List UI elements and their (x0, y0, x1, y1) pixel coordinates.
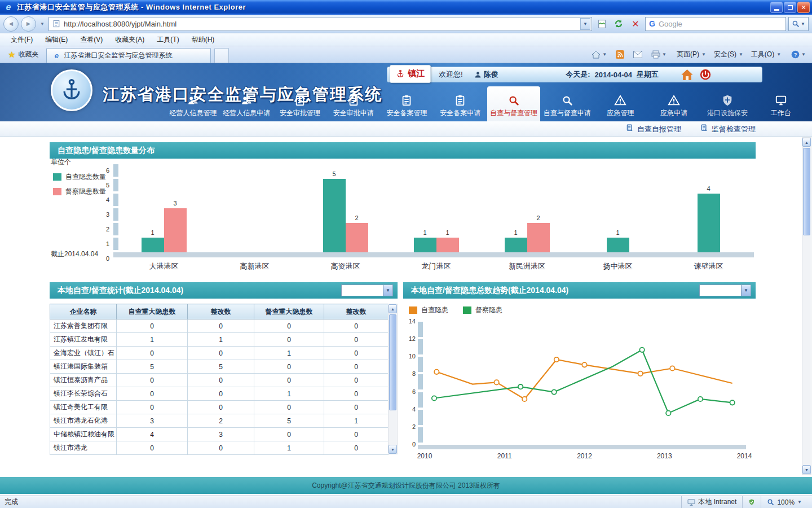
nav-item-1[interactable]: 经营人信息管理 (166, 86, 220, 121)
browser-tab[interactable]: e 江苏省港口安全监管与应急管理系统 (46, 48, 211, 63)
back-button[interactable]: ◄ (3, 16, 19, 32)
company-name-cell: 镇江市港龙石化港 (50, 414, 117, 428)
nav-item-label: 自查与督查管理 (490, 108, 537, 118)
nav-item-label: 工作台 (771, 108, 791, 118)
nav-item-12[interactable]: 工作台 (754, 86, 807, 121)
category-label: 新民洲港区 (482, 261, 572, 271)
distribution-panel-title: 自查隐患/督查隐患数量分布 (58, 146, 155, 155)
table-column-header: 自查重大隐患数 (117, 304, 188, 319)
table-row[interactable]: 镇江奇美化工有限0000 (50, 401, 389, 414)
line-chart: 自查隐患督察隐患 02468101214 2010201120122013201… (403, 302, 756, 466)
address-dropdown[interactable]: ▼ (580, 18, 590, 30)
history-dropdown[interactable]: ▼ (38, 18, 46, 29)
nav-item-7[interactable]: 自查与督查管理 (487, 86, 541, 121)
statistics-filter-select[interactable]: ▼ (341, 284, 393, 296)
table-row[interactable]: 镇江市港龙石化港3251 (50, 414, 389, 428)
logout-button[interactable] (700, 69, 711, 80)
menubar-item[interactable]: 收藏夹(A) (109, 33, 151, 46)
nav-item-label: 应急管理 (607, 108, 634, 118)
bar: 1 (414, 238, 436, 252)
forward-button[interactable]: ► (21, 16, 36, 32)
value-cell: 0 (117, 319, 188, 333)
refresh-button[interactable] (611, 17, 626, 31)
menubar: 文件(F)编辑(E)查看(V)收藏夹(A)工具(T)帮助(H) (0, 33, 812, 46)
feeds-button[interactable] (613, 49, 627, 60)
bar: 3 (164, 208, 187, 252)
table-row[interactable]: 江苏镇江发电有限1100 (50, 333, 389, 347)
close-button[interactable]: × (797, 2, 810, 13)
toolbar-menu-button[interactable]: 工具(O)▼ (747, 49, 785, 60)
nav-item-5[interactable]: 安全备案管理 (380, 86, 434, 121)
table-row[interactable]: 金海宏业（镇江）石0010 (50, 347, 389, 360)
menubar-item[interactable]: 编辑(E) (39, 33, 74, 46)
toolbar-menu-button[interactable]: 页面(P)▼ (673, 49, 710, 60)
chevron-down-icon: ▼ (383, 285, 392, 296)
value-cell: 0 (188, 374, 254, 387)
bar-value-label: 2 (527, 214, 550, 221)
menubar-item[interactable]: 查看(V) (74, 33, 109, 46)
subnav-item[interactable]: 自查自报管理 (626, 124, 681, 134)
nav-item-8[interactable]: 自查与督查申请 (540, 86, 594, 121)
home-icon (592, 50, 601, 59)
page-content: 自查隐患/督查隐患数量分布 单位个 自查隐患数量督察隐患数量 0123456 1… (0, 137, 802, 475)
portal-home-icon[interactable] (681, 69, 693, 80)
nav-item-3[interactable]: 安全审批管理 (273, 86, 327, 121)
maximize-button[interactable] (784, 2, 796, 13)
scrollbar-thumb[interactable] (389, 314, 396, 410)
toolbar-menu-button[interactable]: 安全(S)▼ (710, 49, 747, 60)
nav-item-11[interactable]: 港口设施保安 (701, 86, 754, 121)
print-button[interactable]: ▼ (648, 49, 669, 60)
table-row[interactable]: 镇江恒泰沥青产品0000 (50, 374, 389, 387)
scroll-down-button[interactable]: ▼ (802, 465, 811, 474)
table-scrollbar[interactable]: ▲ ▼ (388, 304, 398, 454)
table-row[interactable]: 镇江港国际集装箱5500 (50, 360, 389, 374)
address-field[interactable]: http://localhost:8080/yjpt/Main.html ▼ (48, 17, 592, 31)
compatibility-button[interactable] (594, 17, 609, 31)
subnav-item[interactable]: 监督检查管理 (700, 124, 756, 134)
table-row[interactable]: 中储粮镇江粮油有限4300 (50, 428, 389, 441)
page-icon (52, 20, 60, 28)
data-point-marker (666, 411, 670, 415)
table-row[interactable]: 镇江李长荣综合石0010 (50, 387, 389, 401)
page-scrollbar[interactable]: ▲ ▼ (802, 137, 811, 475)
bar-group: 4 (663, 164, 754, 252)
scroll-down-button[interactable]: ▼ (389, 445, 397, 454)
home-button[interactable]: ▼ (589, 49, 610, 60)
minimize-button[interactable] (770, 2, 783, 13)
favorites-button[interactable]: ★ 收藏夹 (3, 48, 43, 62)
nav-item-10[interactable]: 应急申请 (647, 86, 701, 121)
value-cell: 1 (324, 414, 389, 428)
nav-item-2[interactable]: 经营人信息申请 (220, 86, 273, 121)
bar-value-label: 4 (698, 185, 720, 192)
nav-item-4[interactable]: 安全审批申请 (326, 86, 380, 121)
menubar-item[interactable]: 文件(F) (5, 33, 39, 46)
trend-filter-select[interactable]: ▼ (699, 284, 751, 296)
nav-item-label: 经营人信息管理 (169, 108, 217, 118)
table-row[interactable]: 江苏索普集团有限0000 (50, 319, 389, 333)
help-button[interactable]: ?▼ (788, 49, 809, 60)
scroll-up-button[interactable]: ▲ (802, 138, 811, 147)
scrollbar-thumb[interactable] (803, 148, 810, 235)
nav-item-9[interactable]: 应急管理 (594, 86, 647, 121)
search-box[interactable]: G Google (645, 17, 786, 31)
zoom-control[interactable]: 100% ▼ (761, 496, 807, 508)
mail-button[interactable] (630, 50, 645, 59)
search-placeholder-text: Google (659, 20, 782, 28)
value-cell: 0 (254, 333, 324, 347)
nav-item-label: 经营人信息申请 (223, 108, 270, 118)
new-tab-stub[interactable] (214, 48, 229, 63)
nav-item-6[interactable]: 安全备案申请 (434, 86, 487, 121)
bar-group: 1 (572, 164, 663, 252)
table-row[interactable]: 镇江市港龙0010 (50, 441, 389, 455)
menubar-item[interactable]: 帮助(H) (186, 33, 221, 46)
ie-logo-icon: e (3, 2, 14, 12)
stop-button[interactable]: ✕ (628, 17, 643, 31)
subnav-item-label: 自查自报管理 (637, 124, 681, 134)
toolbar-menu-label: 页面(P) (677, 50, 699, 59)
company-name-cell: 镇江奇美化工有限 (50, 401, 117, 414)
search-button[interactable]: ▼ (788, 17, 809, 31)
menubar-item[interactable]: 工具(T) (151, 33, 185, 46)
scroll-up-button[interactable]: ▲ (389, 304, 397, 313)
data-point-marker (518, 384, 523, 389)
browser-window: e 江苏省港口安全监管与应急管理系统 - Windows Internet Ex… (0, 0, 812, 508)
